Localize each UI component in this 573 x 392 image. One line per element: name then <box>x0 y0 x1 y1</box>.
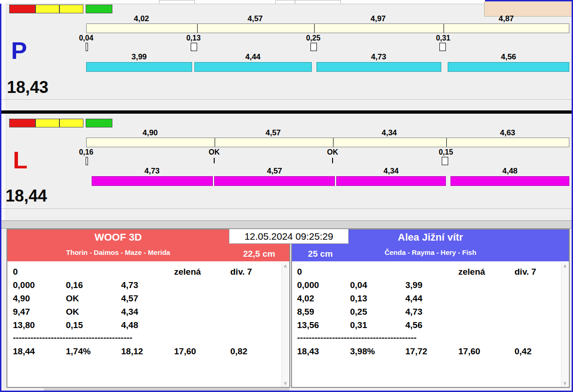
right-row-cell: 4,02 <box>297 294 314 304</box>
left-row-cell: 4,73 <box>121 280 138 290</box>
right-row-cell: 3,99 <box>405 280 422 290</box>
right-row-cell: 0,04 <box>350 280 367 290</box>
right-row-cell: 0,13 <box>350 294 367 304</box>
left-row-cell: 4,34 <box>121 307 138 317</box>
right-row-cell: 0,25 <box>350 307 367 317</box>
right-division: div. 7 <box>515 267 536 277</box>
left-row-cell: 13,80 <box>13 320 35 330</box>
left-card-status: zelená <box>174 267 201 277</box>
left-row-cell: 0,15 <box>66 320 83 330</box>
scroll-up-icon[interactable]: ∧ <box>282 263 289 269</box>
left-team-jump-height: 22,5 cm <box>229 249 289 259</box>
left-total-pct: 1,74% <box>66 346 91 357</box>
right-row-cell: 0,000 <box>297 280 319 290</box>
scroll-down-icon[interactable]: ∨ <box>282 380 289 386</box>
left-start-flag: 0 <box>13 267 18 277</box>
right-start-flag: 0 <box>297 267 302 277</box>
scroll-up-icon[interactable]: ∧ <box>561 263 568 269</box>
right-panel-scrollbar[interactable]: ∧ ∨ <box>561 262 568 387</box>
left-row-cell: 0,16 <box>66 280 83 290</box>
right-total-3: 17,60 <box>458 346 480 357</box>
right-row-cell: 8,59 <box>297 307 314 317</box>
right-total-time: 18,43 <box>297 346 319 357</box>
right-team-jump-height: 25 cm <box>292 249 349 259</box>
right-card-status: zelená <box>458 267 485 277</box>
right-row-cell: 4,56 <box>405 320 422 330</box>
right-row-cell: 4,73 <box>405 307 422 317</box>
left-team-members: Thorin - Daimos - Maze - Merida <box>7 248 229 256</box>
left-total-time: 18,44 <box>13 346 35 357</box>
left-team-name: WOOF 3D <box>7 231 229 243</box>
left-row-cell: 4,48 <box>121 320 138 330</box>
left-row-cell: 0,000 <box>13 280 35 290</box>
right-total-pct: 3,98% <box>350 346 375 357</box>
right-separator-line: ----------------------------------------… <box>297 333 416 343</box>
results-section: WOOF 3D Thorin - Daimos - Maze - Merida … <box>0 0 573 392</box>
app-window: 4,02 4,57 4,97 4,87 0,04 0,13 0,25 0,31 … <box>0 0 573 392</box>
left-total-3: 17,60 <box>174 346 196 357</box>
right-row-cell: 13,56 <box>297 320 319 330</box>
left-panel-scrollbar[interactable]: ∧ ∨ <box>281 262 289 387</box>
left-row-cell: 4,57 <box>121 294 138 304</box>
right-total-4: 0,42 <box>515 346 532 357</box>
left-total-4: 0,82 <box>230 346 247 357</box>
left-row-cell: OK <box>66 307 79 317</box>
left-row-cell: 4,90 <box>13 294 30 304</box>
right-row-cell: 4,44 <box>405 294 422 304</box>
right-row-cell: 0,31 <box>350 320 367 330</box>
left-division: div. 7 <box>230 267 252 277</box>
datetime-display: 12.05.2024 09:25:29 <box>229 229 349 244</box>
left-row-cell: OK <box>66 294 79 304</box>
left-total-2: 18,12 <box>121 346 143 357</box>
left-row-cell: 9,47 <box>13 307 30 317</box>
left-separator-line: ----------------------------------------… <box>13 333 132 343</box>
right-total-2: 17,72 <box>405 346 427 357</box>
scroll-down-icon[interactable]: ∨ <box>561 380 568 386</box>
